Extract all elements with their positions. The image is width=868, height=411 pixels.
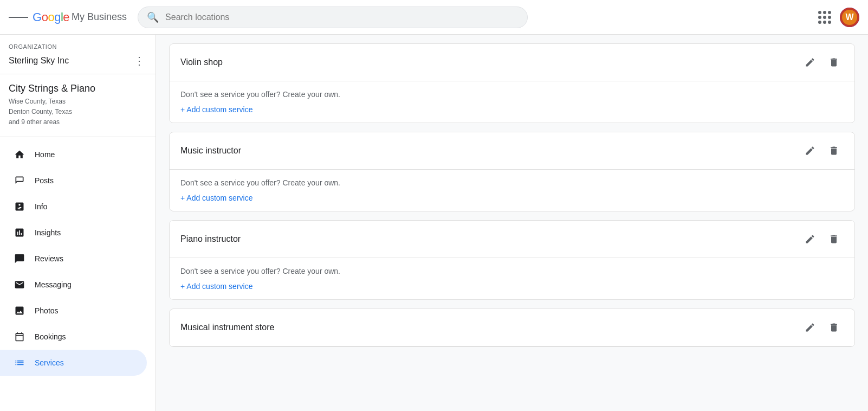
sidebar-label-posts: Posts (35, 176, 54, 185)
delete-service-button[interactable] (824, 318, 844, 337)
edit-service-button[interactable] (800, 318, 820, 337)
service-title: Piano instructor (180, 234, 241, 244)
app-header: Google My Business 🔍 W (0, 0, 868, 35)
no-service-text: Don't see a service you offer? Create yo… (180, 90, 844, 99)
location-line-1: Wise County, Texas (9, 97, 147, 107)
sidebar-label-photos: Photos (35, 306, 59, 315)
service-card-piano-instructor: Piano instructor Don't see a service you… (169, 220, 855, 300)
business-name: City Strings & Piano (9, 83, 147, 94)
service-actions (800, 141, 844, 160)
search-icon: 🔍 (147, 11, 159, 23)
home-icon (13, 148, 26, 161)
service-actions (800, 229, 844, 249)
service-actions (800, 53, 844, 72)
sidebar-label-bookings: Bookings (35, 332, 66, 341)
sidebar-item-posts[interactable]: Posts (0, 168, 147, 194)
nav-list: Home Posts Info Insights (0, 137, 156, 380)
sidebar-label-services: Services (35, 358, 64, 367)
org-section: ORGANIZATION Sterling Sky Inc ⋮ (0, 35, 156, 74)
org-row: Sterling Sky Inc ⋮ (9, 52, 147, 69)
search-input[interactable] (165, 12, 519, 22)
org-name: Sterling Sky Inc (9, 56, 69, 66)
edit-service-button[interactable] (800, 229, 820, 249)
add-custom-label: + Add custom service (180, 194, 252, 202)
app-body: ORGANIZATION Sterling Sky Inc ⋮ City Str… (0, 35, 868, 411)
service-card-violin-shop: Violin shop Don't see a service you offe… (169, 43, 855, 123)
photos-icon (13, 304, 26, 317)
add-custom-service-button[interactable]: + Add custom service (180, 194, 844, 202)
add-custom-label: + Add custom service (180, 282, 252, 291)
service-title: Music instructor (180, 146, 241, 156)
info-icon (13, 200, 26, 213)
sidebar-item-info[interactable]: Info (0, 194, 147, 220)
messaging-icon (13, 278, 26, 291)
sidebar-item-photos[interactable]: Photos (0, 298, 147, 324)
apps-button[interactable] (814, 7, 835, 28)
bookings-icon (13, 330, 26, 343)
delete-service-button[interactable] (824, 141, 844, 160)
sidebar-label-messaging: Messaging (35, 280, 72, 289)
sidebar-item-reviews[interactable]: Reviews (0, 246, 147, 272)
account-avatar[interactable]: W (840, 8, 859, 27)
org-label: ORGANIZATION (9, 43, 147, 50)
edit-service-button[interactable] (800, 53, 820, 72)
add-custom-service-button[interactable]: + Add custom service (180, 105, 844, 114)
sidebar-item-services[interactable]: Services (0, 350, 147, 376)
location-line-2: Denton County, Texas (9, 107, 147, 117)
avatar-image: W (840, 8, 859, 27)
service-card-header: Music instructor (170, 132, 854, 170)
sidebar-label-home: Home (35, 150, 55, 159)
add-custom-service-button[interactable]: + Add custom service (180, 282, 844, 291)
sidebar-item-insights[interactable]: Insights (0, 220, 147, 246)
service-card-body: Don't see a service you offer? Create yo… (170, 258, 854, 299)
business-location: Wise County, Texas Denton County, Texas … (9, 97, 147, 128)
service-actions (800, 318, 844, 337)
delete-service-button[interactable] (824, 53, 844, 72)
add-custom-label: + Add custom service (180, 105, 252, 114)
service-card-musical-instrument-store: Musical instrument store (169, 309, 855, 347)
google-wordmark: Google (33, 10, 69, 24)
services-icon (13, 356, 26, 369)
edit-service-button[interactable] (800, 141, 820, 160)
sidebar-label-insights: Insights (35, 228, 61, 237)
search-bar[interactable]: 🔍 (138, 7, 528, 28)
service-title: Musical instrument store (180, 323, 274, 332)
business-section: City Strings & Piano Wise County, Texas … (0, 74, 156, 137)
svg-text:W: W (845, 12, 854, 22)
sidebar-label-reviews: Reviews (35, 254, 63, 263)
service-card-body: Don't see a service you offer? Create yo… (170, 81, 854, 123)
product-name: My Business (72, 11, 127, 23)
logo: Google My Business (33, 10, 127, 24)
reviews-icon (13, 252, 26, 265)
delete-service-button[interactable] (824, 229, 844, 249)
sidebar-item-messaging[interactable]: Messaging (0, 272, 147, 298)
sidebar: ORGANIZATION Sterling Sky Inc ⋮ City Str… (0, 35, 156, 411)
sidebar-item-bookings[interactable]: Bookings (0, 324, 147, 350)
grid-icon (818, 11, 831, 24)
posts-icon (13, 174, 26, 187)
insights-icon (13, 226, 26, 239)
org-more-button[interactable]: ⋮ (132, 52, 147, 69)
service-card-header: Violin shop (170, 44, 854, 81)
sidebar-item-home[interactable]: Home (0, 142, 147, 168)
sidebar-label-info: Info (35, 202, 47, 211)
location-line-3: and 9 other areas (9, 117, 147, 127)
no-service-text: Don't see a service you offer? Create yo… (180, 178, 844, 187)
main-content: Violin shop Don't see a service you offe… (156, 35, 868, 411)
no-service-text: Don't see a service you offer? Create yo… (180, 267, 844, 275)
menu-button[interactable] (9, 8, 28, 27)
service-card-header: Piano instructor (170, 221, 854, 258)
service-card-body: Don't see a service you offer? Create yo… (170, 170, 854, 211)
header-actions: W (814, 7, 859, 28)
service-card-music-instructor: Music instructor Don't see a service you… (169, 132, 855, 211)
service-card-header: Musical instrument store (170, 309, 854, 346)
service-title: Violin shop (180, 57, 223, 67)
